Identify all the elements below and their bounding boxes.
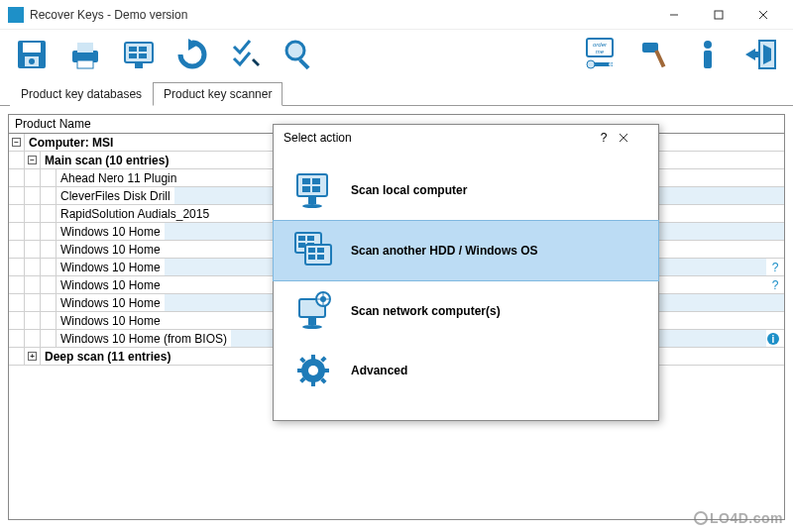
- toolbar: orderme: [0, 30, 793, 79]
- group-deep-scan-label: Deep scan (11 entries): [41, 350, 174, 364]
- svg-rect-9: [77, 43, 93, 53]
- expander-minus-icon[interactable]: −: [28, 156, 37, 164]
- svg-rect-66: [297, 369, 303, 372]
- gear-icon: [293, 351, 333, 390]
- svg-rect-41: [302, 186, 310, 192]
- action-scan-network[interactable]: Scan network computer(s): [274, 281, 658, 341]
- svg-rect-43: [308, 196, 316, 204]
- print-icon[interactable]: [65, 35, 105, 74]
- svg-rect-48: [298, 243, 305, 248]
- item-label: Windows 10 Home: [57, 314, 165, 328]
- svg-rect-52: [317, 248, 324, 253]
- item-label: Windows 10 Home: [57, 243, 165, 257]
- action-advanced[interactable]: Advanced: [274, 341, 658, 400]
- tab-scanner[interactable]: Product key scanner: [153, 82, 283, 106]
- exit-icon[interactable]: [741, 35, 781, 74]
- search-icon[interactable]: [280, 35, 319, 74]
- help-icon[interactable]: ?: [766, 278, 784, 292]
- svg-rect-67: [323, 369, 329, 372]
- dialog-title-text: Select action: [283, 131, 589, 145]
- group-computer-label: Computer: MSI: [25, 136, 117, 150]
- svg-point-26: [609, 62, 613, 66]
- monitor-hdd-icon: [293, 231, 333, 270]
- svg-rect-40: [312, 178, 320, 184]
- svg-point-24: [587, 60, 595, 68]
- network-computer-icon: [293, 291, 333, 331]
- windows-scan-icon[interactable]: [119, 35, 159, 74]
- svg-rect-65: [311, 380, 315, 386]
- item-label: RapidSolution Audials_2015: [57, 207, 213, 221]
- svg-rect-70: [320, 356, 326, 362]
- svg-marker-18: [252, 58, 260, 66]
- select-action-dialog: Select action ? Scan local computer Scan…: [273, 124, 659, 421]
- dialog-help-button[interactable]: ?: [589, 131, 619, 145]
- svg-rect-46: [298, 236, 305, 241]
- order-icon[interactable]: orderme: [581, 35, 621, 74]
- action-advanced-label: Advanced: [351, 364, 407, 377]
- window-title: Recover Keys - Demo version: [30, 8, 651, 22]
- tab-databases[interactable]: Product key databases: [10, 82, 153, 106]
- action-scan-another[interactable]: Scan another HDD / Windows OS: [273, 220, 659, 281]
- item-label: Ahead Nero 11 Plugin: [57, 171, 180, 185]
- svg-rect-13: [139, 47, 147, 52]
- svg-text:order: order: [593, 42, 608, 48]
- svg-rect-28: [654, 50, 665, 67]
- svg-rect-54: [317, 255, 324, 260]
- hammer-icon[interactable]: [634, 35, 674, 74]
- monitor-windows-icon: [293, 170, 333, 210]
- info-icon[interactable]: [688, 35, 728, 74]
- svg-rect-12: [129, 47, 137, 52]
- action-network-label: Scan network computer(s): [351, 304, 501, 318]
- svg-rect-56: [308, 317, 316, 325]
- dialog-body: Scan local computer Scan another HDD / W…: [274, 151, 658, 420]
- svg-point-44: [302, 204, 322, 208]
- expander-plus-icon[interactable]: +: [28, 352, 37, 361]
- svg-text:me: me: [596, 49, 605, 54]
- svg-point-19: [286, 42, 304, 59]
- svg-point-63: [308, 366, 318, 375]
- check-select-icon[interactable]: [226, 35, 266, 74]
- svg-rect-39: [302, 178, 310, 184]
- svg-rect-42: [312, 186, 320, 192]
- app-icon: [8, 7, 24, 23]
- save-icon[interactable]: [12, 35, 52, 74]
- action-another-label: Scan another HDD / Windows OS: [351, 244, 538, 258]
- svg-marker-33: [745, 49, 759, 60]
- minimize-button[interactable]: [651, 0, 696, 30]
- svg-rect-1: [715, 11, 723, 19]
- help-icon[interactable]: ?: [766, 261, 784, 274]
- svg-rect-11: [125, 43, 153, 62]
- action-scan-local[interactable]: Scan local computer: [274, 160, 658, 220]
- svg-rect-14: [129, 53, 137, 58]
- item-label: Windows 10 Home: [57, 225, 165, 239]
- maximize-button[interactable]: [696, 0, 740, 30]
- close-button[interactable]: [740, 0, 785, 30]
- item-label: Windows 10 Home: [57, 296, 165, 310]
- group-main-scan-label: Main scan (10 entries): [41, 154, 172, 167]
- item-label: Windows 10 Home: [57, 278, 165, 292]
- svg-rect-51: [308, 248, 315, 253]
- svg-rect-5: [23, 43, 41, 53]
- tab-bar: Product key databases Product key scanne…: [0, 81, 793, 106]
- svg-rect-47: [307, 236, 314, 241]
- watermark: LO4D.com: [694, 510, 783, 526]
- svg-rect-64: [311, 355, 315, 361]
- info-icon[interactable]: i: [766, 332, 784, 346]
- refresh-icon[interactable]: [172, 35, 212, 74]
- svg-rect-16: [135, 62, 143, 68]
- item-label: Windows 10 Home (from BIOS): [57, 332, 231, 346]
- dialog-close-button[interactable]: [619, 133, 648, 143]
- svg-rect-53: [308, 255, 315, 260]
- svg-point-7: [29, 58, 35, 64]
- svg-rect-20: [298, 58, 309, 69]
- item-label: CleverFiles Disk Drill: [57, 189, 174, 203]
- svg-point-29: [704, 41, 712, 49]
- svg-rect-38: [297, 174, 327, 196]
- action-local-label: Scan local computer: [351, 183, 467, 197]
- dialog-titlebar: Select action ?: [274, 125, 658, 151]
- svg-rect-10: [77, 60, 93, 68]
- expander-minus-icon[interactable]: −: [12, 138, 21, 147]
- item-label: Windows 10 Home: [57, 261, 165, 274]
- globe-icon: [694, 511, 708, 525]
- window-controls: [651, 0, 785, 30]
